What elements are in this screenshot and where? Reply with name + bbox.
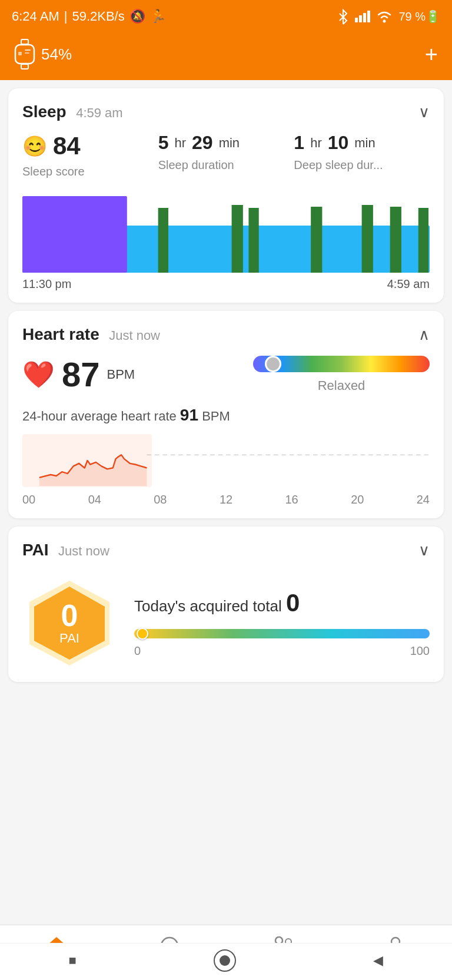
svg-rect-6 — [25, 52, 29, 54]
device-info: 54% — [14, 39, 72, 69]
add-button[interactable]: + — [425, 42, 438, 67]
pai-bar-indicator — [137, 628, 148, 640]
pai-title: PAI — [22, 541, 49, 559]
pai-today-label: Today's acquired total — [134, 597, 282, 615]
pai-hex-text: 0 PAI — [59, 600, 79, 646]
pai-title-group: PAI Just now — [22, 541, 109, 559]
heart-rate-card: Heart rate Just now ∧ ❤️ 87 BPM Relaxed … — [8, 311, 444, 518]
sleep-time: 4:59 am — [76, 105, 123, 120]
svg-rect-9 — [158, 208, 168, 273]
svg-rect-13 — [362, 205, 373, 273]
svg-rect-3 — [15, 45, 34, 64]
system-nav: ■ ◀ — [0, 943, 452, 980]
sleep-duration-stat: 5hr 29min Sleep duration — [158, 132, 294, 172]
sleep-score-label: Sleep score — [22, 165, 158, 178]
svg-rect-4 — [18, 52, 22, 55]
pai-bar-labels: 0 100 — [134, 644, 430, 658]
pai-card-header: PAI Just now ∨ — [22, 541, 430, 559]
pai-progress-bar — [134, 629, 430, 638]
svg-rect-15 — [418, 208, 428, 273]
heart-icon: ❤️ — [22, 359, 55, 390]
pai-time: Just now — [58, 544, 109, 558]
pai-value: 0 — [59, 600, 79, 631]
time-display: 6:24 AM — [12, 9, 59, 24]
bluetooth-icon — [337, 9, 349, 24]
sleep-score-stat: 😊 84 Sleep score — [22, 132, 158, 178]
status-bar: 6:24 AM | 59.2KB/s 🔕 🏃 79 %🔋 — [0, 0, 452, 33]
sleep-stats: 😊 84 Sleep score 5hr 29min Sleep duratio… — [22, 132, 430, 178]
sleep-card-header: Sleep 4:59 am ∨ — [22, 102, 430, 121]
pai-content: 0 PAI Today's acquired total 0 0 100 — [22, 570, 430, 670]
sleep-collapse-button[interactable]: ∨ — [418, 103, 430, 121]
wifi-icon — [376, 10, 393, 23]
sleep-title: Sleep — [22, 102, 67, 121]
battery-display: 79 %🔋 — [398, 9, 440, 24]
pai-label: PAI — [59, 631, 79, 645]
battery-percent: 54% — [41, 45, 72, 64]
sleep-duration-min: 29 — [192, 132, 213, 154]
svg-rect-14 — [390, 207, 401, 273]
hr-chart — [22, 434, 430, 487]
sleep-duration-label: Sleep duration — [158, 158, 294, 172]
watch-icon — [14, 39, 35, 69]
sleep-end-time: 4:59 am — [387, 277, 430, 291]
sleep-duration-hr: 5 — [158, 132, 169, 154]
svg-point-0 — [383, 20, 386, 23]
status-left: 6:24 AM | 59.2KB/s 🔕 🏃 — [12, 9, 166, 24]
deep-sleep-hr: 1 — [294, 132, 304, 154]
hr-collapse-button[interactable]: ∧ — [418, 326, 430, 344]
hr-gauge-indicator — [265, 356, 281, 372]
sleep-card: Sleep 4:59 am ∨ 😊 84 Sleep score 5hr 29m… — [8, 88, 444, 303]
hr-main-display: ❤️ 87 BPM Relaxed — [22, 355, 430, 394]
svg-rect-2 — [21, 64, 28, 69]
hr-gauge — [253, 356, 430, 372]
svg-rect-11 — [248, 208, 258, 273]
bottom-spacer — [0, 690, 452, 808]
pai-bar-max: 100 — [410, 644, 430, 658]
hr-value-group: ❤️ 87 BPM — [22, 355, 135, 394]
deep-sleep-min: 10 — [328, 132, 349, 154]
svg-rect-1 — [21, 39, 28, 44]
hr-card-header: Heart rate Just now ∧ — [22, 325, 430, 344]
network-speed: | — [64, 9, 68, 24]
hr-avg-value: 91 — [180, 406, 198, 424]
hr-status-group: Relaxed — [253, 356, 430, 393]
hr-value: 87 — [62, 355, 100, 394]
pai-hexagon: 0 PAI — [22, 576, 117, 670]
network-speed-value: 59.2KB/s — [72, 9, 124, 24]
deep-sleep-stat: 1hr 10min Deep sleep dur... — [294, 132, 430, 172]
hr-chart-bg — [22, 434, 152, 487]
hr-avg-label: 24-hour average heart rate — [22, 409, 177, 423]
svg-rect-12 — [311, 207, 322, 273]
pai-collapse-button[interactable]: ∨ — [418, 541, 430, 559]
svg-rect-10 — [232, 205, 243, 273]
hr-title: Heart rate — [22, 325, 99, 343]
pai-today-value: 0 — [286, 589, 300, 617]
deep-sleep-label: Deep sleep dur... — [294, 158, 430, 172]
sleep-chart-svg — [22, 190, 430, 273]
hr-time-axis: 00 04 08 12 16 20 24 — [22, 493, 430, 506]
svg-rect-8 — [22, 196, 127, 273]
hr-time: Just now — [109, 328, 160, 343]
hr-unit: BPM — [107, 367, 135, 382]
sleep-chart — [22, 190, 430, 273]
hr-title-group: Heart rate Just now — [22, 325, 160, 344]
sleep-emoji: 😊 — [22, 134, 47, 158]
pai-bar-fill — [134, 629, 430, 638]
pai-card: PAI Just now ∨ 0 PAI Today's acquired to… — [8, 527, 444, 682]
system-back-button[interactable]: ◀ — [373, 953, 383, 968]
hr-avg-unit: BPM — [202, 409, 230, 423]
sleep-title-group: Sleep 4:59 am — [22, 102, 123, 121]
sleep-score-value: 84 — [53, 132, 81, 160]
system-home-button[interactable] — [214, 949, 236, 972]
sleep-start-time: 11:30 pm — [22, 277, 71, 291]
pai-right: Today's acquired total 0 0 100 — [134, 589, 430, 658]
signal-icon — [355, 11, 370, 22]
system-stop-button[interactable]: ■ — [69, 953, 77, 968]
sleep-time-range: 11:30 pm 4:59 am — [22, 277, 430, 291]
svg-rect-5 — [25, 49, 31, 51]
status-right: 79 %🔋 — [337, 9, 440, 24]
mute-icon: 🔕 — [129, 9, 145, 24]
hr-status: Relaxed — [318, 378, 365, 393]
header-bar: 54% + — [0, 33, 452, 80]
